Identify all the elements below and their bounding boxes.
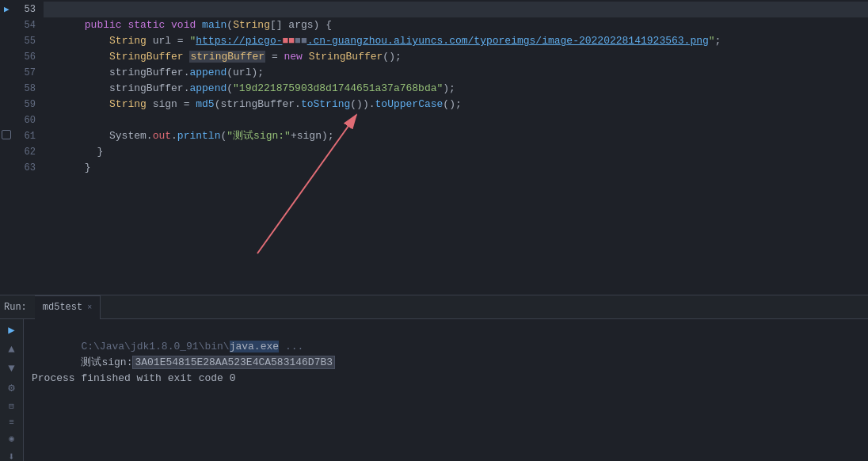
scroll-down-icon[interactable]: ▼ <box>4 362 20 375</box>
code-line-62: } <box>44 144 868 160</box>
java-exe-highlight: java.exe <box>230 341 279 352</box>
layout-icon[interactable]: ⊟ <box>4 401 20 411</box>
line-num-60: 60 <box>0 112 36 128</box>
line-num-59: 59 <box>0 97 36 112</box>
panel-tab-md5test[interactable]: md5test × <box>35 295 101 319</box>
line-num-54: 54 <box>0 17 36 33</box>
align-icon[interactable]: ≡ <box>4 417 20 427</box>
fold-indicator <box>2 130 11 139</box>
panel-body: ▶ ▲ ▼ ⚙ ⊟ ≡ ◉ ⬇ 🗑 C:\Java\jdk1.8.0_91\bi… <box>0 319 868 461</box>
output-line-4: Process finished with exit code 0 <box>32 371 860 387</box>
line-num-63: 63 <box>0 160 36 176</box>
line-num-53: ▶ 53 <box>0 2 36 17</box>
line-num-55: 55 <box>0 33 36 49</box>
download-icon[interactable]: ⬇ <box>4 450 20 461</box>
close-tab-icon[interactable]: × <box>87 303 92 312</box>
code-content: public static void main(String[] args) {… <box>44 0 868 295</box>
settings-panel-icon[interactable]: ⚙ <box>4 381 20 394</box>
line-numbers: ▶ 53 54 55 56 57 58 59 60 61 62 63 <box>0 0 44 295</box>
java-exe-path: C:\Java\jdk1.8.0_91\bin\ <box>81 341 229 352</box>
camera-icon[interactable]: ◉ <box>4 433 20 444</box>
line-num-57: 57 <box>0 65 36 81</box>
code-line-63 <box>44 160 868 176</box>
sign-prefix: 测试sign: <box>81 356 132 368</box>
line-num-56: 56 <box>0 49 36 65</box>
run-label: Run: <box>4 302 27 313</box>
line-num-62: 62 <box>0 144 36 160</box>
code-line-60: System.out.println("测试sign:"+sign); <box>44 112 868 128</box>
sign-value: 3A01E54815E28AA523E4CA583146D7B3 <box>132 356 335 369</box>
run-indicator: ▶ <box>4 2 10 17</box>
run-panel-icon[interactable]: ▶ <box>4 323 20 337</box>
panel-output: C:\Java\jdk1.8.0_91\bin\java.exe ... 测试s… <box>24 319 868 461</box>
panel-sidebar: ▶ ▲ ▼ ⚙ ⊟ ≡ ◉ ⬇ 🗑 <box>0 319 24 461</box>
line-num-61: 61 <box>0 128 36 144</box>
editor-area: ▶ 53 54 55 56 57 58 59 60 61 62 63 publi… <box>0 0 868 295</box>
line-num-58: 58 <box>0 81 36 97</box>
java-exe-args: ... <box>279 341 303 352</box>
tab-name: md5test <box>43 302 82 313</box>
panel-tabs: Run: md5test × <box>0 295 868 319</box>
output-line-1: C:\Java\jdk1.8.0_91\bin\java.exe ... <box>32 323 860 339</box>
bottom-panel: Run: md5test × ▶ ▲ ▼ ⚙ ⊟ ≡ ◉ ⬇ 🗑 C:\Java… <box>0 295 868 461</box>
code-line-53: public static void main(String[] args) { <box>44 2 868 17</box>
scroll-up-icon[interactable]: ▲ <box>4 343 20 356</box>
